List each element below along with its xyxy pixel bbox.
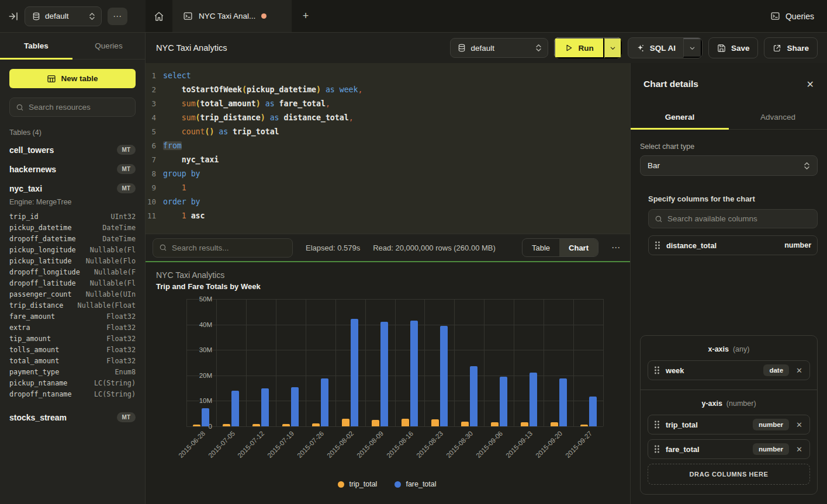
chart-type-select[interactable]: Bar	[640, 155, 818, 176]
save-button[interactable]: Save	[708, 37, 759, 58]
resource-search[interactable]	[9, 98, 136, 117]
bar-fare_total[interactable]	[470, 366, 477, 426]
run-options-button[interactable]	[604, 37, 622, 58]
bar-fare_total[interactable]	[500, 377, 507, 426]
share-button[interactable]: Share	[764, 37, 818, 58]
bar-fare_total[interactable]	[351, 319, 358, 426]
drag-columns-dropzone[interactable]: DRAG COLUMNS HERE	[648, 464, 810, 485]
resource-search-input[interactable]	[29, 103, 129, 112]
legend-item[interactable]: trip_total	[338, 480, 377, 488]
code-line: 7nyc_taxi	[146, 153, 630, 167]
results-more-button[interactable]: ⋯	[611, 242, 621, 253]
bar-fare_total[interactable]	[559, 378, 567, 426]
bar-fare_total[interactable]	[231, 391, 239, 426]
column-row[interactable]: payment_typeEnum8	[0, 366, 145, 377]
database-selector[interactable]: default	[25, 6, 102, 26]
chevron-updown-icon	[804, 162, 810, 170]
columns-search-input[interactable]	[667, 214, 811, 223]
column-row[interactable]: extraFloat32	[0, 322, 145, 333]
y-axis-tick: 10M	[199, 397, 212, 404]
column-row[interactable]: total_amountFloat32	[0, 355, 145, 366]
tab-advanced[interactable]: Advanced	[729, 105, 827, 129]
bar-trip_total[interactable]	[372, 420, 379, 426]
table-row[interactable]: cell_towersMT	[0, 140, 145, 159]
home-button[interactable]	[146, 0, 172, 32]
bar-fare_total[interactable]	[410, 321, 418, 426]
table-row[interactable]: hackernewsMT	[0, 159, 145, 179]
view-toggle-chart[interactable]: Chart	[559, 239, 598, 256]
column-row[interactable]: pickup_longitudeNullable(Fl	[0, 244, 145, 255]
bar-fare_total[interactable]	[589, 397, 597, 426]
columns-search[interactable]	[648, 209, 818, 228]
column-row[interactable]: pickup_ntanameLC(String)	[0, 377, 145, 388]
column-row[interactable]: fare_amountFloat32	[0, 311, 145, 322]
collapse-sidebar-button[interactable]	[8, 11, 19, 22]
column-row[interactable]: pickup_datetimeDateTime	[0, 222, 145, 233]
column-row[interactable]: dropoff_longitudeNullable(F	[0, 266, 145, 277]
column-chip[interactable]: trip_totalnumber✕	[648, 415, 810, 435]
bar-trip_total[interactable]	[431, 419, 439, 426]
search-icon	[16, 103, 24, 112]
column-chip[interactable]: fare_totalnumber✕	[648, 439, 810, 459]
chart-subtitle: Trip and Fare Totals by Week	[156, 282, 618, 291]
new-tab-button[interactable]: +	[292, 0, 320, 32]
remove-chip-icon[interactable]: ✕	[795, 366, 804, 375]
drag-handle-icon[interactable]	[654, 366, 660, 374]
queries-button[interactable]: Queries	[770, 11, 814, 21]
column-chip[interactable]: distance_totalnumber	[648, 235, 818, 255]
new-table-button[interactable]: New table	[9, 69, 136, 88]
bar-chart[interactable]: 50M40M30M20M10M0 2015-06-282015-07-05201…	[156, 299, 618, 467]
database-more-button[interactable]: ⋯	[108, 8, 127, 25]
sql-ai-button[interactable]: SQL AI	[628, 38, 683, 58]
results-search-input[interactable]	[172, 244, 286, 252]
column-row[interactable]: tip_amountFloat32	[0, 333, 145, 344]
column-row[interactable]: pickup_latitudeNullable(Flo	[0, 255, 145, 266]
x-axis-heading: x-axis (any)	[648, 345, 810, 353]
sidebar-tab-tables[interactable]: Tables	[0, 33, 72, 59]
column-row[interactable]: trip_idUInt32	[0, 211, 145, 222]
sidebar-tab-queries[interactable]: Queries	[72, 33, 145, 59]
save-icon	[717, 44, 726, 53]
results-search[interactable]	[153, 238, 293, 258]
column-row[interactable]: tolls_amountFloat32	[0, 344, 145, 355]
view-toggle-table[interactable]: Table	[523, 239, 559, 256]
code-line: 6from	[146, 139, 630, 153]
close-icon[interactable]: ✕	[807, 79, 814, 90]
drag-handle-icon[interactable]	[655, 241, 660, 249]
column-row[interactable]: dropoff_ntanameLC(String)	[0, 388, 145, 399]
legend-label: fare_total	[406, 480, 436, 488]
bar-fare_total[interactable]	[202, 408, 209, 426]
sql-editor[interactable]: 1select2toStartOfWeek(pickup_datetime) a…	[146, 63, 630, 234]
column-name: payment_type	[9, 368, 59, 376]
bar-fare_total[interactable]	[380, 322, 388, 426]
table-row[interactable]: nyc_taxiMT	[0, 179, 145, 198]
bar-fare_total[interactable]	[530, 373, 537, 426]
sql-ai-options-button[interactable]	[683, 38, 702, 58]
bar-trip_total[interactable]	[402, 419, 409, 426]
table-row[interactable]: stocks_streamMT	[0, 408, 145, 427]
drag-handle-icon[interactable]	[654, 420, 660, 429]
legend-item[interactable]: fare_total	[395, 480, 436, 488]
remove-chip-icon[interactable]: ✕	[795, 420, 804, 429]
tab-general[interactable]: General	[631, 105, 729, 129]
column-row[interactable]: dropoff_datetimeDateTime	[0, 233, 145, 244]
run-button[interactable]: Run	[554, 37, 604, 58]
column-row[interactable]: passenger_countNullable(UIn	[0, 289, 145, 300]
details-body: Select chart type Bar Specify columns fo…	[631, 130, 827, 504]
bar-fare_total[interactable]	[321, 378, 328, 426]
query-database-selector[interactable]: default	[450, 38, 548, 58]
bar-fare_total[interactable]	[440, 326, 448, 426]
bar-fare_total[interactable]	[261, 388, 269, 426]
bar-trip_total[interactable]	[461, 422, 469, 426]
tab-nyc-taxi-analytics[interactable]: NYC Taxi Anal...	[172, 0, 292, 32]
column-row[interactable]: trip_distanceNullable(Float	[0, 300, 145, 311]
sidebar: Tables Queries New table Tables (4) cell…	[0, 33, 146, 504]
drag-handle-icon[interactable]	[654, 445, 660, 453]
bar-fare_total[interactable]	[291, 387, 299, 426]
top-bar-right: Queries	[757, 0, 827, 32]
column-row[interactable]: dropoff_latitudeNullable(Fl	[0, 277, 145, 289]
code-line: 1select	[146, 69, 630, 83]
bar-trip_total[interactable]	[342, 419, 350, 426]
column-chip[interactable]: weekdate✕	[648, 360, 810, 380]
remove-chip-icon[interactable]: ✕	[795, 445, 804, 454]
